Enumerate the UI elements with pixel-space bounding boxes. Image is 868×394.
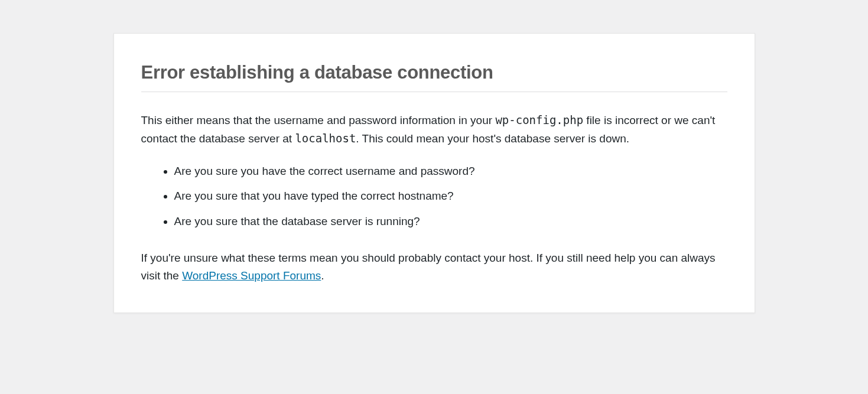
intro-paragraph: This either means that the username and …	[141, 111, 727, 148]
checklist: Are you sure you have the correct userna…	[141, 162, 727, 230]
list-item: Are you sure that the database server is…	[174, 213, 727, 230]
intro-text-a: This either means that the username and …	[141, 114, 496, 126]
list-item: Are you sure that you have typed the cor…	[174, 187, 727, 205]
db-host-code: localhost	[295, 132, 356, 145]
footer-paragraph: If you're unsure what these terms mean y…	[141, 249, 727, 285]
config-file-code: wp-config.php	[495, 113, 583, 126]
list-item: Are you sure you have the correct userna…	[174, 162, 727, 180]
footer-text-b: .	[321, 269, 324, 282]
support-forums-link[interactable]: WordPress Support Forums	[182, 269, 321, 282]
error-card: Error establishing a database connection…	[113, 33, 755, 313]
intro-text-c: . This could mean your host's database s…	[356, 132, 629, 145]
error-heading: Error establishing a database connection	[141, 49, 727, 92]
